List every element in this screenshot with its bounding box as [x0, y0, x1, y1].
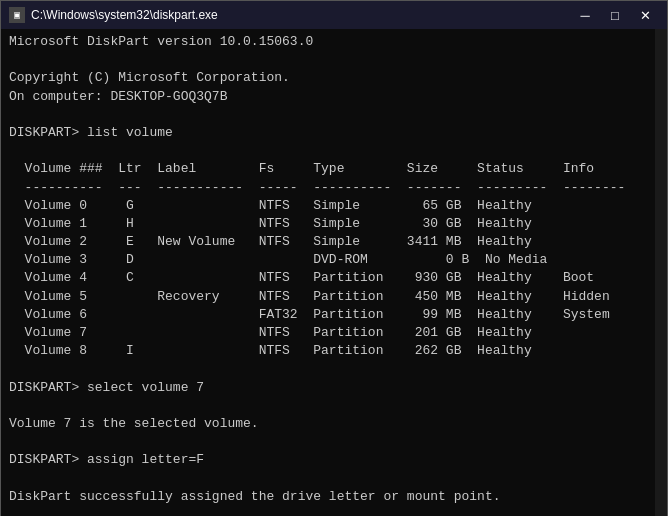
- close-button[interactable]: ✕: [631, 5, 659, 25]
- terminal-output[interactable]: Microsoft DiskPart version 10.0.15063.0 …: [1, 29, 667, 516]
- title-bar-text: C:\Windows\system32\diskpart.exe: [31, 8, 565, 22]
- maximize-button[interactable]: □: [601, 5, 629, 25]
- window: ▣ C:\Windows\system32\diskpart.exe ─ □ ✕…: [0, 0, 668, 516]
- title-bar: ▣ C:\Windows\system32\diskpart.exe ─ □ ✕: [1, 1, 667, 29]
- scrollbar[interactable]: [655, 29, 667, 516]
- window-controls: ─ □ ✕: [571, 5, 659, 25]
- app-icon: ▣: [9, 7, 25, 23]
- minimize-button[interactable]: ─: [571, 5, 599, 25]
